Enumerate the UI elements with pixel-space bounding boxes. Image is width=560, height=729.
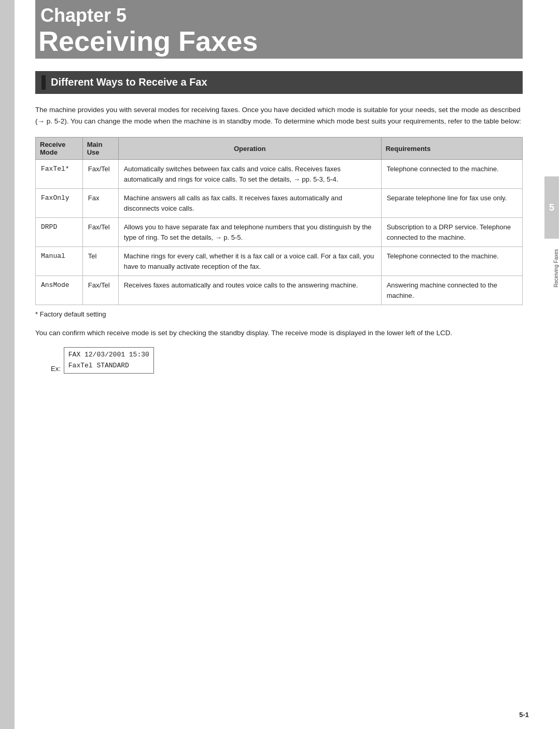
cell-mode: FaxOnly [36, 189, 83, 218]
table-row: ManualTelMachine rings for every call, w… [36, 247, 523, 276]
lcd-line2: FaxTel STANDARD [68, 361, 149, 372]
lcd-line1: FAX 12/03/2001 15:30 [68, 350, 149, 361]
footnote: * Factory default setting [35, 310, 523, 318]
page-container: Chapter 5 Receiving Faxes Different Ways… [0, 0, 560, 729]
col-header-receive-mode: Receive Mode [36, 137, 83, 160]
table-row: FaxTel*Fax/TelAutomatically switches bet… [36, 160, 523, 189]
cell-mode: DRPD [36, 218, 83, 247]
ex-label: Ex: [51, 365, 61, 374]
lcd-display: FAX 12/03/2001 15:30 FaxTel STANDARD [64, 347, 154, 374]
tab-chapter-label: Receiving Faxes [553, 249, 559, 287]
cell-requirements: Separate telephone line for fax use only… [381, 189, 522, 218]
cell-main-use: Fax/Tel [82, 218, 118, 247]
receive-table: Receive Mode Main Use Operation Requirem… [35, 137, 523, 305]
cell-requirements: Telephone connected to the machine. [381, 247, 522, 276]
cell-requirements: Subscription to a DRP service. Telephone… [381, 218, 522, 247]
tab-chapter-number: 5 [549, 202, 554, 213]
table-row: AnsModeFax/TelReceives faxes automatical… [36, 276, 523, 305]
lcd-example: Ex: FAX 12/03/2001 15:30 FaxTel STANDARD [51, 347, 523, 374]
chapter-tab: 5 [544, 176, 559, 239]
cell-operation: Machine answers all calls as fax calls. … [118, 189, 381, 218]
cell-main-use: Fax [82, 189, 118, 218]
cell-mode: AnsMode [36, 276, 83, 305]
cell-operation: Receives faxes automatically and routes … [118, 276, 381, 305]
col-header-main-use: Main Use [82, 137, 118, 160]
intro-paragraph: The machine provides you with several mo… [35, 104, 523, 127]
left-strip [0, 0, 15, 729]
table-row: DRPDFax/TelAllows you to have separate f… [36, 218, 523, 247]
section-heading-bar [41, 75, 46, 90]
chapter-number: Chapter 5 [35, 5, 523, 26]
section-heading: Different Ways to Receive a Fax [35, 71, 523, 94]
cell-mode: FaxTel* [36, 160, 83, 189]
cell-operation: Allows you to have separate fax and tele… [118, 218, 381, 247]
cell-main-use: Tel [82, 247, 118, 276]
cell-main-use: Fax/Tel [82, 276, 118, 305]
section-heading-text: Different Ways to Receive a Fax [51, 76, 207, 88]
cell-requirements: Answering machine connected to the machi… [381, 276, 522, 305]
page-number: 5-1 [519, 711, 529, 719]
chapter-header: Chapter 5 Receiving Faxes [35, 0, 523, 59]
cell-requirements: Telephone connected to the machine. [381, 160, 522, 189]
main-content: Chapter 5 Receiving Faxes Different Ways… [15, 0, 543, 729]
cell-operation: Machine rings for every call, whether it… [118, 247, 381, 276]
chapter-title: Receiving Faxes [35, 26, 523, 57]
closing-text: You can confirm which receive mode is se… [35, 327, 523, 339]
col-header-requirements: Requirements [381, 137, 522, 160]
cell-main-use: Fax/Tel [82, 160, 118, 189]
cell-mode: Manual [36, 247, 83, 276]
col-header-operation: Operation [118, 137, 381, 160]
cell-operation: Automatically switches between fax calls… [118, 160, 381, 189]
right-tab-area: 5 Receiving Faxes [543, 0, 560, 729]
table-row: FaxOnlyFaxMachine answers all calls as f… [36, 189, 523, 218]
